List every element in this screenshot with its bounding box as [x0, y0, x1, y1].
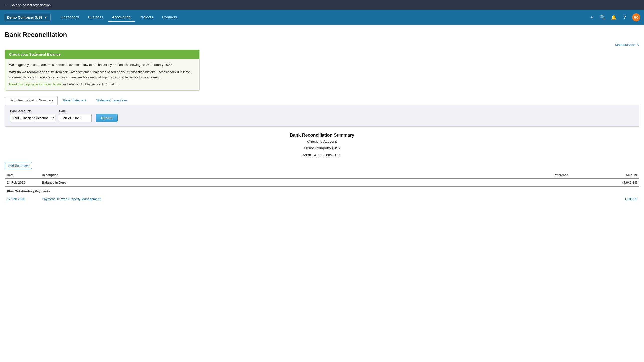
- why-label: Why do we recommend this?: [9, 70, 54, 74]
- add-icon[interactable]: +: [588, 14, 595, 21]
- tab-bank-statement[interactable]: Bank Statement: [58, 96, 91, 105]
- avatar[interactable]: RC: [632, 13, 640, 21]
- date-input[interactable]: [59, 114, 92, 122]
- nav-actions: + 🔍 🔔 ? RC: [588, 13, 640, 21]
- outstanding-payments-header-row: Plus Outstanding Payments: [5, 187, 639, 195]
- balance-in-xero-row: 24 Feb 2020 Balance in Xero (4,946.33): [5, 179, 639, 187]
- org-name: Demo Company (US): [7, 15, 42, 19]
- tabs-bar: Bank Reconciliation Summary Bank Stateme…: [5, 96, 639, 105]
- back-arrow-icon[interactable]: ←: [4, 3, 8, 7]
- transaction-amount: 1,181.25: [602, 195, 639, 203]
- add-summary-button[interactable]: Add Summary: [5, 162, 32, 169]
- alert-body: We suggest you compare the statement bal…: [5, 59, 199, 90]
- help-link[interactable]: Read this help page for more details: [9, 82, 61, 86]
- bank-account-field: Bank Account: 090 - Checking Account: [10, 109, 55, 122]
- back-label[interactable]: Go back to last organisation: [10, 3, 51, 7]
- tab-bank-reconciliation-summary[interactable]: Bank Reconciliation Summary: [5, 96, 58, 105]
- col-description: Description: [40, 172, 552, 179]
- nav-projects[interactable]: Projects: [136, 13, 157, 22]
- transaction-reference: [552, 195, 602, 203]
- outstanding-payments-label: Plus Outstanding Payments: [5, 187, 639, 195]
- bell-icon[interactable]: 🔔: [610, 14, 617, 21]
- table-row: 17 Feb 2020 Payment: Truxton Property Ma…: [5, 195, 639, 203]
- nav-bar: Demo Company (US) ▼ Dashboard Business A…: [0, 10, 644, 25]
- col-reference: Reference: [552, 172, 602, 179]
- table-header-row: Date Description Reference Amount: [5, 172, 639, 179]
- balance-reference: [552, 179, 602, 187]
- alert-header: Check your Statement Balance: [5, 50, 199, 59]
- transaction-description-link[interactable]: Payment: Truxton Property Management: [42, 197, 100, 201]
- alert-box: Check your Statement Balance We suggest …: [5, 50, 200, 91]
- transaction-date: 17 Feb 2020: [5, 195, 40, 203]
- reconciliation-table: Date Description Reference Amount 24 Feb…: [5, 172, 639, 203]
- report-subtitle1: Checking Account: [5, 138, 639, 145]
- col-date: Date: [5, 172, 40, 179]
- alert-line2: Why do we recommend this? Xero calculate…: [9, 69, 195, 80]
- alert-line3: Read this help page for more details and…: [9, 82, 195, 87]
- nav-contacts[interactable]: Contacts: [158, 13, 181, 22]
- org-selector[interactable]: Demo Company (US) ▼: [4, 14, 51, 21]
- nav-links: Dashboard Business Accounting Projects C…: [56, 13, 588, 22]
- standard-view-container: Standard view ✎: [5, 43, 639, 47]
- main-content: Bank Reconciliation Standard view ✎ Chec…: [0, 25, 644, 209]
- date-label: Date:: [59, 109, 92, 113]
- update-button[interactable]: Update: [96, 114, 118, 122]
- help-suffix: and what to do if balances don't match.: [62, 82, 118, 86]
- transaction-description: Payment: Truxton Property Management: [40, 195, 552, 203]
- col-amount: Amount: [602, 172, 639, 179]
- bank-account-label: Bank Account:: [10, 109, 55, 113]
- balance-date: 24 Feb 2020: [5, 179, 40, 187]
- bank-account-select[interactable]: 090 - Checking Account: [10, 114, 55, 122]
- transaction-date-link[interactable]: 17 Feb 2020: [7, 197, 25, 201]
- chevron-down-icon: ▼: [44, 15, 48, 19]
- tab-statement-exceptions[interactable]: Statement Exceptions: [91, 96, 132, 105]
- filter-row: Bank Account: 090 - Checking Account Dat…: [10, 109, 634, 122]
- search-icon[interactable]: 🔍: [599, 14, 606, 21]
- balance-amount: (4,946.33): [602, 179, 639, 187]
- report-header: Bank Reconciliation Summary Checking Acc…: [5, 133, 639, 158]
- date-field: Date:: [59, 109, 92, 122]
- report-subtitle3: As at 24 February 2020: [5, 151, 639, 158]
- balance-description: Balance in Xero: [40, 179, 552, 187]
- nav-accounting[interactable]: Accounting: [108, 13, 134, 22]
- alert-line1: We suggest you compare the statement bal…: [9, 62, 195, 67]
- filter-area: Bank Account: 090 - Checking Account Dat…: [5, 105, 639, 127]
- standard-view-link[interactable]: Standard view ✎: [615, 43, 639, 47]
- page-title: Bank Reconciliation: [5, 31, 639, 39]
- report-title: Bank Reconciliation Summary: [5, 133, 639, 138]
- nav-business[interactable]: Business: [84, 13, 107, 22]
- top-bar: ← Go back to last organisation: [0, 0, 644, 10]
- report-subtitle2: Demo Company (US): [5, 145, 639, 151]
- help-icon[interactable]: ?: [621, 14, 628, 21]
- nav-dashboard[interactable]: Dashboard: [56, 13, 83, 22]
